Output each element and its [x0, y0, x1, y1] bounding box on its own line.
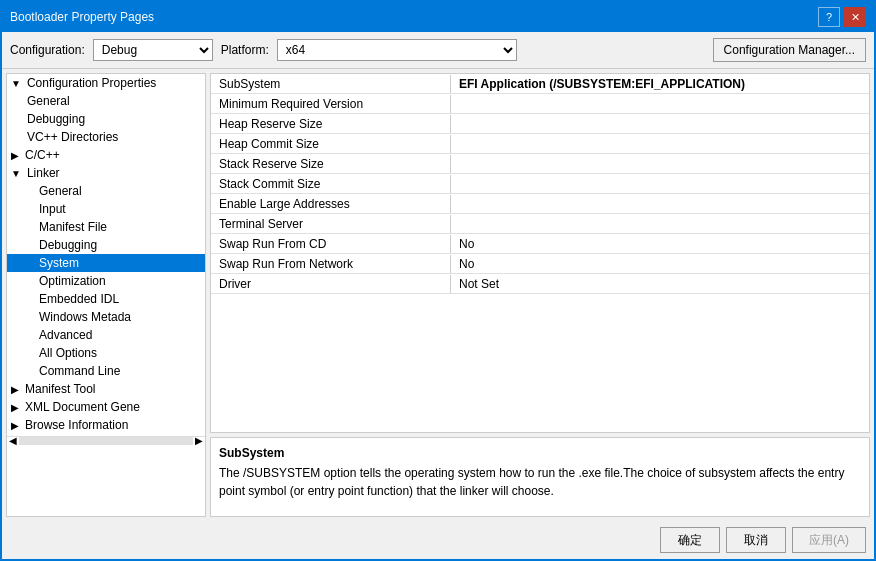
expand-icon: ▶: [11, 420, 19, 431]
tree-label: All Options: [11, 346, 97, 360]
prop-value: [451, 222, 467, 226]
tree-label: Optimization: [11, 274, 106, 288]
table-row[interactable]: Swap Run From CD No: [211, 234, 869, 254]
tree-label: VC++ Directories: [11, 130, 118, 144]
apply-button[interactable]: 应用(A): [792, 527, 866, 553]
ok-button[interactable]: 确定: [660, 527, 720, 553]
tree-item-vc-dirs[interactable]: VC++ Directories: [7, 128, 205, 146]
horizontal-scrollbar[interactable]: [19, 437, 193, 445]
tree-label: Linker: [23, 166, 60, 180]
table-row[interactable]: SubSystem EFI Application (/SUBSYSTEM:EF…: [211, 74, 869, 94]
table-row[interactable]: Stack Commit Size: [211, 174, 869, 194]
prop-name: Terminal Server: [211, 215, 451, 233]
platform-select[interactable]: x64: [277, 39, 517, 61]
expand-icon: ▼: [11, 168, 21, 179]
tree-item-linker-general[interactable]: General: [7, 182, 205, 200]
description-panel: SubSystem The /SUBSYSTEM option tells th…: [210, 437, 870, 517]
prop-value: [451, 162, 467, 166]
tree-label: General: [11, 184, 82, 198]
tree-label: System: [11, 256, 79, 270]
tree-label: General: [11, 94, 70, 108]
config-manager-button[interactable]: Configuration Manager...: [713, 38, 866, 62]
description-text: The /SUBSYSTEM option tells the operatin…: [219, 464, 861, 500]
tree-label: Browse Information: [21, 418, 128, 432]
prop-name: Swap Run From CD: [211, 235, 451, 253]
dialog-title: Bootloader Property Pages: [10, 10, 154, 24]
tree-item-linker-embedded[interactable]: Embedded IDL: [7, 290, 205, 308]
tree-label: C/C++: [21, 148, 60, 162]
expand-icon: ▶: [11, 402, 19, 413]
prop-name: Stack Reserve Size: [211, 155, 451, 173]
cancel-button[interactable]: 取消: [726, 527, 786, 553]
tree-label: Advanced: [11, 328, 92, 342]
toolbar: Configuration: Debug Platform: x64 Confi…: [2, 32, 874, 69]
expand-icon: ▶: [11, 384, 19, 395]
table-row[interactable]: Swap Run From Network No: [211, 254, 869, 274]
prop-name: Heap Reserve Size: [211, 115, 451, 133]
tree-label: Manifest File: [11, 220, 107, 234]
prop-value: [451, 202, 467, 206]
prop-value: [451, 142, 467, 146]
expand-icon: ▼: [11, 78, 21, 89]
tree-item-linker-winmeta[interactable]: Windows Metada: [7, 308, 205, 326]
tree-label: Configuration Properties: [23, 76, 156, 90]
tree-item-xml-doc[interactable]: ▶ XML Document Gene: [7, 398, 205, 416]
table-row[interactable]: Enable Large Addresses: [211, 194, 869, 214]
main-content: ▼ Configuration Properties General Debug…: [2, 69, 874, 521]
tree-item-debugging[interactable]: Debugging: [7, 110, 205, 128]
tree-item-linker-allopts[interactable]: All Options: [7, 344, 205, 362]
dialog: Bootloader Property Pages ? ✕ Configurat…: [0, 0, 876, 561]
tree-item-linker-cmdline[interactable]: Command Line: [7, 362, 205, 380]
prop-name: Minimum Required Version: [211, 95, 451, 113]
prop-value: EFI Application (/SUBSYSTEM:EFI_APPLICAT…: [451, 75, 753, 93]
expand-icon: ▶: [11, 150, 19, 161]
table-row[interactable]: Minimum Required Version: [211, 94, 869, 114]
table-row[interactable]: Heap Commit Size: [211, 134, 869, 154]
prop-name: SubSystem: [211, 75, 451, 93]
prop-value: [451, 182, 467, 186]
tree-label: Windows Metada: [11, 310, 131, 324]
prop-value: No: [451, 235, 482, 253]
tree-item-general[interactable]: General: [7, 92, 205, 110]
prop-name: Swap Run From Network: [211, 255, 451, 273]
tree-item-config-props[interactable]: ▼ Configuration Properties: [7, 74, 205, 92]
right-panel: SubSystem EFI Application (/SUBSYSTEM:EF…: [210, 73, 870, 517]
tree-item-linker-advanced[interactable]: Advanced: [7, 326, 205, 344]
properties-table: SubSystem EFI Application (/SUBSYSTEM:EF…: [210, 73, 870, 433]
scroll-right[interactable]: ▶: [195, 435, 203, 446]
platform-label: Platform:: [221, 43, 269, 57]
bottom-bar: 确定 取消 应用(A): [2, 521, 874, 559]
title-bar: Bootloader Property Pages ? ✕: [2, 2, 874, 32]
tree-label: Command Line: [11, 364, 120, 378]
prop-value: [451, 122, 467, 126]
tree-label: Input: [11, 202, 66, 216]
tree-item-linker[interactable]: ▼ Linker: [7, 164, 205, 182]
close-button[interactable]: ✕: [844, 7, 866, 27]
tree-item-manifest-tool[interactable]: ▶ Manifest Tool: [7, 380, 205, 398]
prop-value: No: [451, 255, 482, 273]
table-row[interactable]: Driver Not Set: [211, 274, 869, 294]
tree-item-linker-system[interactable]: System: [7, 254, 205, 272]
scroll-left[interactable]: ◀: [9, 435, 17, 446]
tree-item-linker-debug[interactable]: Debugging: [7, 236, 205, 254]
title-buttons: ? ✕: [818, 7, 866, 27]
tree-item-browse-info[interactable]: ▶ Browse Information: [7, 416, 205, 434]
tree-item-linker-manifest[interactable]: Manifest File: [7, 218, 205, 236]
tree-label: Embedded IDL: [11, 292, 119, 306]
prop-value: Not Set: [451, 275, 507, 293]
configuration-label: Configuration:: [10, 43, 85, 57]
tree-label: Debugging: [11, 112, 85, 126]
table-row[interactable]: Heap Reserve Size: [211, 114, 869, 134]
tree-panel: ▼ Configuration Properties General Debug…: [6, 73, 206, 517]
help-button[interactable]: ?: [818, 7, 840, 27]
prop-name: Enable Large Addresses: [211, 195, 451, 213]
tree-item-cpp[interactable]: ▶ C/C++: [7, 146, 205, 164]
table-row[interactable]: Stack Reserve Size: [211, 154, 869, 174]
configuration-select[interactable]: Debug: [93, 39, 213, 61]
tree-item-linker-input[interactable]: Input: [7, 200, 205, 218]
table-row[interactable]: Terminal Server: [211, 214, 869, 234]
tree-item-linker-opt[interactable]: Optimization: [7, 272, 205, 290]
description-title: SubSystem: [219, 446, 861, 460]
prop-value: [451, 102, 467, 106]
tree-label: XML Document Gene: [21, 400, 140, 414]
